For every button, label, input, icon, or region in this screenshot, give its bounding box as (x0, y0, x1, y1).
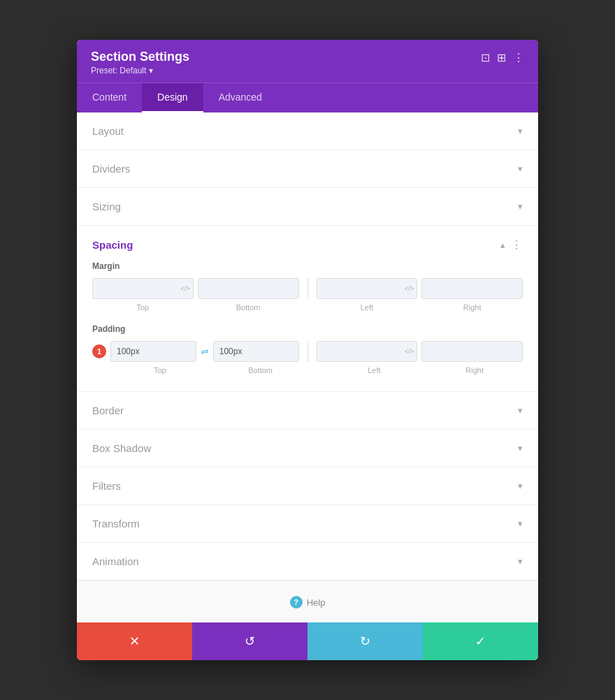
accordion-header-dividers[interactable]: Dividers ▾ (77, 150, 538, 187)
link-icon[interactable]: ⇌ (201, 346, 209, 357)
margin-bottom-input[interactable] (198, 278, 299, 299)
margin-tb-labels: Top Bottom (92, 303, 299, 312)
accordion-header-animation[interactable]: Animation ▾ (77, 543, 538, 580)
modal-body: Layout ▾ Dividers ▾ Sizing ▾ Spacing ▴ (77, 112, 538, 622)
help-label: Help (307, 597, 326, 608)
margin-label: Margin (92, 261, 523, 271)
undo-button[interactable]: ↺ (192, 622, 308, 660)
cancel-button[interactable]: ✕ (77, 622, 192, 660)
save-button[interactable]: ✓ (423, 622, 538, 660)
padding-divider (308, 341, 308, 362)
margin-top-input-wrapper: </> (92, 278, 194, 299)
margin-left-input[interactable] (317, 278, 418, 299)
chevron-down-icon: ▾ (518, 126, 523, 136)
accordion-header-layout[interactable]: Layout ▾ (77, 112, 538, 150)
accordion-animation: Animation ▾ (77, 543, 538, 581)
accordion-box-shadow: Box Shadow ▾ (77, 430, 538, 467)
chevron-down-icon: ▾ (518, 163, 523, 174)
padding-right-input-wrapper (421, 341, 523, 362)
accordion-label-box-shadow: Box Shadow (92, 442, 151, 454)
margin-left-right-pair: </> (317, 278, 523, 299)
padding-right-input[interactable] (421, 341, 523, 362)
accordion-label-border: Border (92, 404, 124, 416)
padding-top-input[interactable] (110, 341, 196, 362)
header-icons: ⊡ ⊞ ⋮ (481, 52, 524, 64)
accordion-label-sizing: Sizing (92, 200, 121, 212)
spacing-title: Spacing (92, 239, 133, 251)
chevron-up-icon[interactable]: ▴ (500, 240, 505, 250)
help-link[interactable]: ? Help (290, 596, 326, 608)
split-icon[interactable]: ⊞ (497, 52, 506, 64)
padding-bottom-input-wrapper (213, 341, 299, 362)
margin-bottom-input-wrapper (198, 278, 299, 299)
spacing-options-icon[interactable]: ⋮ (511, 238, 523, 251)
margin-lr-labels: Left Right (317, 303, 523, 312)
accordion-label-dividers: Dividers (92, 163, 130, 175)
margin-left-label: Left (317, 303, 418, 312)
accordion-header-border[interactable]: Border ▾ (77, 392, 538, 429)
chevron-down-icon: ▾ (518, 405, 523, 416)
header-left: Section Settings Preset: Default ▾ (91, 50, 189, 75)
section-settings-modal: Section Settings Preset: Default ▾ ⊡ ⊞ ⋮… (77, 40, 538, 660)
padding-top-input-wrapper (110, 341, 196, 362)
padding-left-input[interactable] (317, 341, 418, 362)
margin-top-bottom-pair: </> (92, 278, 299, 299)
accordion-label-transform: Transform (92, 518, 140, 530)
chevron-down-icon: ▾ (518, 518, 523, 529)
fullscreen-icon[interactable]: ⊡ (481, 52, 490, 64)
margin-right-input[interactable] (421, 278, 523, 299)
spacing-header: Spacing ▴ ⋮ (77, 226, 538, 261)
preset-arrow: ▾ (149, 66, 153, 75)
padding-inputs-row: 1 ⇌ </> (92, 341, 523, 362)
accordion-label-animation: Animation (92, 555, 139, 567)
tab-advanced[interactable]: Advanced (203, 83, 277, 112)
tab-design[interactable]: Design (142, 83, 203, 112)
margin-top-input[interactable] (92, 278, 194, 299)
accordion-label-layout: Layout (92, 125, 124, 137)
padding-left-right-pair: </> (317, 341, 523, 362)
redo-button[interactable]: ↻ (308, 622, 423, 660)
help-icon: ? (290, 596, 303, 608)
padding-label: Padding (92, 324, 523, 334)
accordion-spacing: Spacing ▴ ⋮ Margin </> (77, 226, 538, 392)
accordion-header-filters[interactable]: Filters ▾ (77, 467, 538, 504)
padding-bottom-input[interactable] (213, 341, 299, 362)
accordion-sizing: Sizing ▾ (77, 188, 538, 226)
margin-inputs-row: </> </> (92, 278, 523, 299)
more-options-icon[interactable]: ⋮ (513, 52, 524, 64)
chevron-down-icon: ▾ (518, 443, 523, 453)
chevron-down-icon: ▾ (518, 481, 523, 491)
accordion-label-filters: Filters (92, 480, 121, 492)
tab-content[interactable]: Content (77, 83, 142, 112)
preset-selector[interactable]: Preset: Default ▾ (91, 66, 189, 75)
accordion-header-box-shadow[interactable]: Box Shadow ▾ (77, 430, 538, 467)
accordion-border: Border ▾ (77, 392, 538, 430)
padding-lr-labels: Left Right (326, 366, 523, 374)
spacing-header-icons: ▴ ⋮ (500, 238, 523, 251)
accordion-header-transform[interactable]: Transform ▾ (77, 505, 538, 542)
chevron-down-icon: ▾ (518, 201, 523, 212)
margin-left-input-wrapper: </> (317, 278, 418, 299)
margin-bottom-label: Bottom (198, 303, 299, 312)
padding-badge: 1 (92, 344, 106, 358)
spacing-content: Margin </> (77, 261, 538, 391)
chevron-down-icon: ▾ (518, 556, 523, 567)
margin-right-input-wrapper (421, 278, 523, 299)
margin-top-label: Top (92, 303, 194, 312)
tab-bar: Content Design Advanced (77, 82, 538, 112)
preset-label: Preset: Default (91, 66, 146, 75)
padding-left-input-wrapper: </> (317, 341, 418, 362)
accordion-header-sizing[interactable]: Sizing ▾ (77, 188, 538, 225)
padding-left-label: Left (326, 366, 423, 374)
accordion-filters: Filters ▾ (77, 467, 538, 505)
modal-header: Section Settings Preset: Default ▾ ⊡ ⊞ ⋮ (77, 40, 538, 82)
margin-labels-row: Top Bottom Left Right (92, 303, 523, 312)
padding-right-label: Right (426, 366, 523, 374)
spacing-gap (92, 312, 523, 324)
accordion-dividers: Dividers ▾ (77, 150, 538, 188)
help-section: ? Help (77, 581, 538, 622)
accordion-transform: Transform ▾ (77, 505, 538, 543)
padding-top-bottom-pair: 1 ⇌ (92, 341, 299, 362)
padding-top-label: Top (112, 366, 208, 374)
accordion-layout: Layout ▾ (77, 112, 538, 150)
